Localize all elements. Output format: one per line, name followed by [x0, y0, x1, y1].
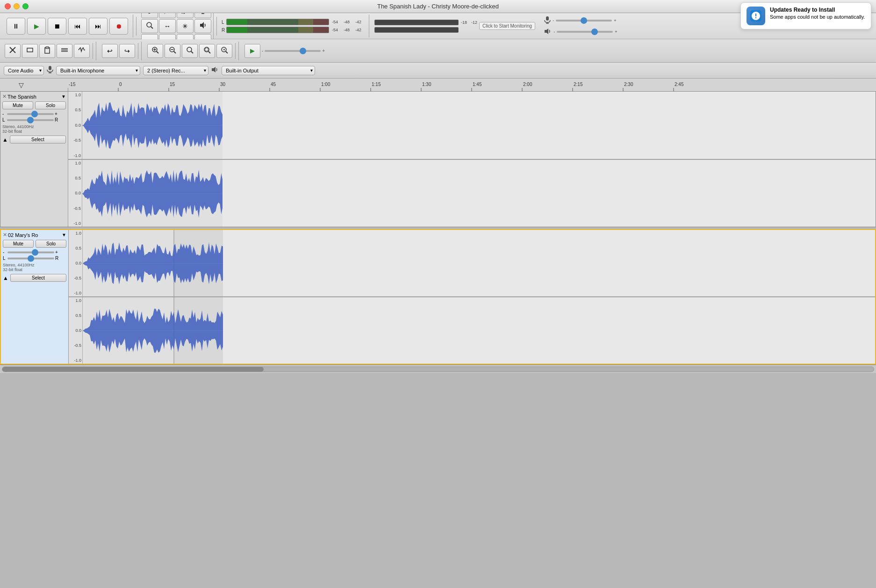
svg-rect-16	[46, 47, 49, 49]
zoom-tool-icon	[146, 22, 153, 30]
click-to-monitor-button[interactable]: Click to Start Monitoring	[479, 22, 535, 30]
undo-icon: ↩	[107, 47, 113, 55]
track-1-right-channel[interactable]: 1.0 0.5 0.0 -0.5 -1.0	[68, 159, 876, 227]
pause-button[interactable]: ⏸	[7, 18, 25, 35]
zoom-reset-button[interactable]	[216, 44, 232, 58]
zoom-selection-button[interactable]	[199, 44, 215, 58]
skip-forward-button[interactable]: ⏭	[89, 18, 108, 35]
tracks-container[interactable]: ✕ The Spanish ▼ Mute Solo - + L	[0, 92, 876, 588]
timeline-ruler[interactable]: ▽ -15 0 15 30 45	[0, 79, 876, 92]
microphone-icon	[544, 16, 551, 25]
track-2-solo-button[interactable]: Solo	[36, 240, 66, 248]
svg-text:0: 0	[119, 82, 122, 87]
silence-button[interactable]	[22, 44, 38, 58]
notification-text: Updates Ready to Install Some apps could…	[770, 7, 865, 20]
track-2-left-channel[interactable]: 1.0 0.5 0.0 -0.5 -1.0	[69, 230, 875, 297]
track-2-name: 02 Mary's Ro	[8, 232, 61, 238]
zoom-tool-button[interactable]	[141, 19, 158, 33]
track-2-dropdown-arrow[interactable]: ▼	[62, 232, 66, 237]
input-volume-slider[interactable]	[556, 20, 612, 22]
track-2-right-channel[interactable]: 1.0 0.5 0.0 -0.5 -1.0	[69, 297, 875, 364]
microphone-device-icon[interactable]	[47, 66, 53, 75]
output-volume-slider[interactable]	[557, 31, 613, 33]
output-minus-label: -	[553, 29, 555, 34]
recording-device-select[interactable]: Built-in Microphone	[56, 66, 140, 75]
horizontal-scrollbar[interactable]	[0, 365, 876, 373]
redo-button[interactable]: ↪	[119, 44, 135, 58]
skip-back-button[interactable]: ⏮	[68, 18, 87, 35]
scrollbar-track[interactable]	[2, 366, 874, 372]
window-title: The Spanish Lady - Christy Moore-de-clic…	[377, 3, 499, 10]
track-2-pan-row: L R	[3, 256, 66, 261]
track-1-left-channel[interactable]: 1.0 0.5 0.0 -0.5 -1.0	[68, 92, 876, 159]
scrollbar-thumb[interactable]	[2, 367, 264, 372]
minimize-button[interactable]	[14, 3, 20, 9]
playback-device-select[interactable]: Built-in Output	[222, 66, 315, 75]
zoom-selection-icon	[203, 46, 211, 55]
track-1-mute-solo: Mute Solo	[2, 101, 66, 109]
cut-button[interactable]	[5, 44, 21, 58]
track-2-close-button[interactable]: ✕	[3, 232, 7, 238]
track-1-mute-button[interactable]: Mute	[2, 101, 33, 109]
zoom-fit-icon	[186, 46, 194, 55]
track-1-waveform-area[interactable]: 1.0 0.5 0.0 -0.5 -1.0	[68, 92, 876, 227]
speed-plus-label: +	[322, 48, 325, 53]
maximize-button[interactable]	[22, 3, 29, 9]
track-1-pan-slider[interactable]	[7, 119, 54, 121]
track-2-waveform-area[interactable]: 1.0 0.5 0.0 -0.5 -1.0	[69, 230, 875, 364]
zoom-out-button[interactable]	[165, 44, 180, 58]
undo-button[interactable]: ↩	[102, 44, 118, 58]
waveform-button[interactable]	[74, 44, 90, 58]
track-2-pan-slider[interactable]	[7, 258, 54, 259]
track-2-controls: ✕ 02 Mary's Ro ▼ Mute Solo - + L	[1, 230, 69, 364]
timeshift-tool-button[interactable]: ↔	[159, 19, 176, 33]
paste-button[interactable]	[39, 44, 55, 58]
waveform-icon	[78, 46, 86, 55]
track-1-volume-slider[interactable]	[7, 113, 54, 115]
playback-speed-slider[interactable]	[265, 50, 321, 52]
svg-text:1:45: 1:45	[473, 82, 482, 87]
close-button[interactable]	[5, 3, 11, 9]
play-button[interactable]: ▶	[27, 18, 46, 35]
svg-line-21	[157, 51, 158, 53]
track-1-close-button[interactable]: ✕	[2, 93, 7, 100]
trim-icon	[61, 46, 68, 55]
svg-text:2:15: 2:15	[574, 82, 583, 87]
redo-icon: ↪	[124, 47, 130, 55]
track-1-expand-button[interactable]: ▲	[2, 136, 8, 143]
play-at-speed-button[interactable]: ▶	[244, 44, 260, 58]
track-1-dropdown-arrow[interactable]: ▼	[61, 94, 66, 99]
meter-label-54: -54	[332, 20, 338, 24]
svg-text:1:30: 1:30	[422, 82, 431, 87]
traffic-lights	[5, 3, 29, 9]
svg-rect-34	[49, 66, 51, 70]
speaker-device-icon[interactable]	[211, 66, 219, 74]
svg-text:2:00: 2:00	[523, 82, 532, 87]
trim-button[interactable]	[57, 44, 72, 58]
left-channel-label: L	[222, 20, 225, 25]
svg-text:2:45: 2:45	[675, 82, 684, 87]
track-2-volume-slider[interactable]	[7, 251, 54, 253]
speaker-icon	[544, 28, 552, 36]
track-1-select-button[interactable]: Select	[10, 136, 66, 143]
track-1-volume-minus: -	[2, 111, 6, 116]
track-1-right-ylabels: 1.0 0.5 0.0 -0.5 -1.0	[68, 160, 82, 227]
track-2-select-button[interactable]: Select	[10, 274, 66, 282]
speaker-tool-button[interactable]	[194, 19, 211, 33]
track-1-solo-button[interactable]: Solo	[35, 101, 66, 109]
recording-device-wrapper: Built-in Microphone	[56, 66, 140, 75]
audio-host-select[interactable]: Core Audio	[4, 66, 44, 75]
record-button[interactable]: ⏺	[109, 18, 128, 35]
monitoring-section: -18 -12 Click to Start Monitoring	[371, 17, 539, 35]
track-2-expand-button[interactable]: ▲	[3, 275, 8, 281]
channels-select[interactable]: 2 (Stereo) Rec...	[143, 66, 208, 75]
meter-label-48: -48	[344, 20, 350, 24]
track-2-mute-button[interactable]: Mute	[3, 240, 34, 248]
monitoring-db-neg18: -18	[461, 20, 467, 25]
zoom-fit-button[interactable]	[182, 44, 198, 58]
zoom-in-button[interactable]	[147, 44, 163, 58]
notification-title: Updates Ready to Install	[770, 7, 865, 13]
multi-tool-button[interactable]: ✳	[177, 19, 194, 33]
stop-button[interactable]: ⏹	[48, 18, 66, 35]
svg-rect-31	[205, 48, 208, 51]
